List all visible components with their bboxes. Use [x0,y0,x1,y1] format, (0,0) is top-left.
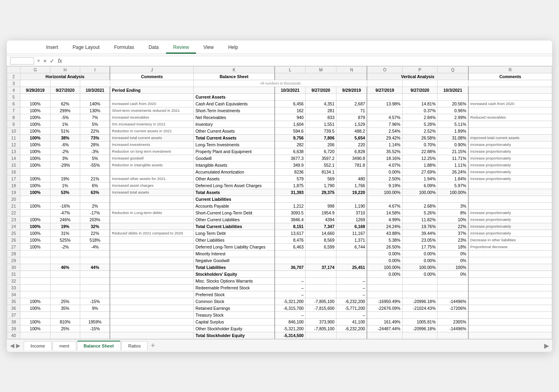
row-19-g: 100% [20,189,50,196]
corner-header [7,66,20,73]
row-16-g [20,168,50,175]
row-34-o [367,291,402,298]
tab-review[interactable]: Review [166,42,196,54]
row-38-g: 100% [20,318,50,325]
row-29-header: 29 [7,257,20,264]
row-31-r [468,271,552,277]
row-9-g: 100% [20,121,50,127]
tab-ment[interactable]: ment [53,341,76,350]
chevron-down-icon[interactable]: ▾ [37,58,40,64]
row-9-o: 7.96% [367,121,402,127]
row-36-n: -5,771,200 [336,305,367,311]
row-27-o: 26.50% [367,243,402,250]
row-5-o [367,93,402,100]
col-k[interactable]: K [194,66,275,73]
row-33-i [80,284,110,291]
row-40-q [437,332,468,339]
col-i[interactable]: I [80,66,110,73]
tab-insert[interactable]: Insert [39,42,65,54]
row-6-p: 14.81% [402,100,437,107]
confirm-icon[interactable]: ✓ [50,58,55,64]
col-o[interactable]: O [367,66,402,73]
name-box[interactable] [10,57,34,65]
tab-page-layout[interactable]: Page Layout [65,42,107,54]
next-tab-icon[interactable]: ▶ [16,342,20,349]
row-14-p: 12.25% [402,155,437,162]
row-14-l: 3677.3 [275,155,306,162]
tab-help[interactable]: Help [221,42,245,54]
row-35-g: 100% [20,298,50,305]
row-33-h [50,284,80,291]
col-n[interactable]: N [336,66,367,73]
row-30-i: 44% [80,264,110,271]
row-35-h: 25% [50,298,80,305]
row-27-n: 6,744 [336,243,367,250]
row-29-g [20,257,50,264]
row-9-label: Inventory [194,121,275,127]
row-34-r [468,291,552,298]
row-33-m [306,284,336,291]
row-9-h: 1% [50,121,80,127]
row-24-n: 6,169 [336,223,367,230]
row-38-l: 846,100 [275,318,306,325]
row-9-q: 5.11% [437,121,468,127]
col-h[interactable]: H [50,66,80,73]
prev-tab-icon[interactable]: ◀ [10,342,14,349]
tab-ratios[interactable]: Ratios [122,341,148,350]
col-q[interactable]: Q [437,66,468,73]
row-33-q [437,284,468,291]
row-28-header: 28 [7,250,20,257]
add-sheet-icon[interactable]: + [148,341,158,350]
row-6-i: 140% [80,100,110,107]
row-11-label: Total Current Assets [194,134,275,141]
tab-income[interactable]: Income [24,341,52,350]
formula-input[interactable] [65,57,549,65]
row-31-p: 0.00% [402,271,437,277]
col-r[interactable]: R [468,66,552,73]
tab-data[interactable]: Data [141,42,166,54]
tab-balance-sheet[interactable]: Balance Sheet [77,341,121,350]
row-14-m: 3597.2 [306,155,336,162]
col-l[interactable]: L [275,66,306,73]
row-21-h: -16% [50,202,80,209]
row-30-g [20,264,50,271]
row-29-n [336,257,367,264]
tab-view[interactable]: View [196,42,221,54]
row-25-l: 13,617 [275,230,306,236]
row-34-h [50,291,80,298]
row-31-l [275,271,306,277]
tab-formulas[interactable]: Formulas [107,42,141,54]
date-g: 9/29/2019 [20,87,50,93]
col-j[interactable]: J [110,66,194,73]
cancel-icon[interactable]: × [43,58,47,64]
tab-scroll-right[interactable]: ▶ [544,342,549,350]
row-26-l: 8,476 [275,236,306,243]
row-39-comment [110,325,194,332]
row-16-label: Accumulated Amortization [194,168,275,175]
row-7-n: 71 [336,107,367,114]
row-31-m [306,271,336,277]
row-13-o: 35.52% [367,148,402,155]
row-24-m: 7,347 [306,223,336,230]
row-31-o: 0.00% [367,271,402,277]
date-h: 9/27/2020 [50,87,80,93]
col-g[interactable]: G [20,66,50,73]
row-17-l: 579 [275,175,306,182]
row-13-comment: Reduction on long term investment [110,148,194,155]
row-8-n: 879 [336,114,367,121]
row-9-i: 5% [80,121,110,127]
row-26-g: 100% [20,236,50,243]
excel-window: Insert Page Layout Formulas Data Review … [7,40,552,352]
row-17-comment: Increased other assets for 2021 [110,175,194,182]
row-16-i [80,168,110,175]
row-16-r: increase proportionately [468,168,552,175]
spreadsheet-area[interactable]: G H I J K L M N O P Q R 2 Horizontal Ana… [7,66,552,339]
row-12-g: 100% [20,141,50,148]
row-38-i: 1959% [80,318,110,325]
col-p[interactable]: P [402,66,437,73]
row-28-q: 0% [437,250,468,257]
col-m[interactable]: M [306,66,336,73]
row-7-q: 0.96% [437,107,468,114]
row-36-l: -6,315,700 [275,305,306,311]
fx-icon[interactable]: fx [58,58,62,64]
